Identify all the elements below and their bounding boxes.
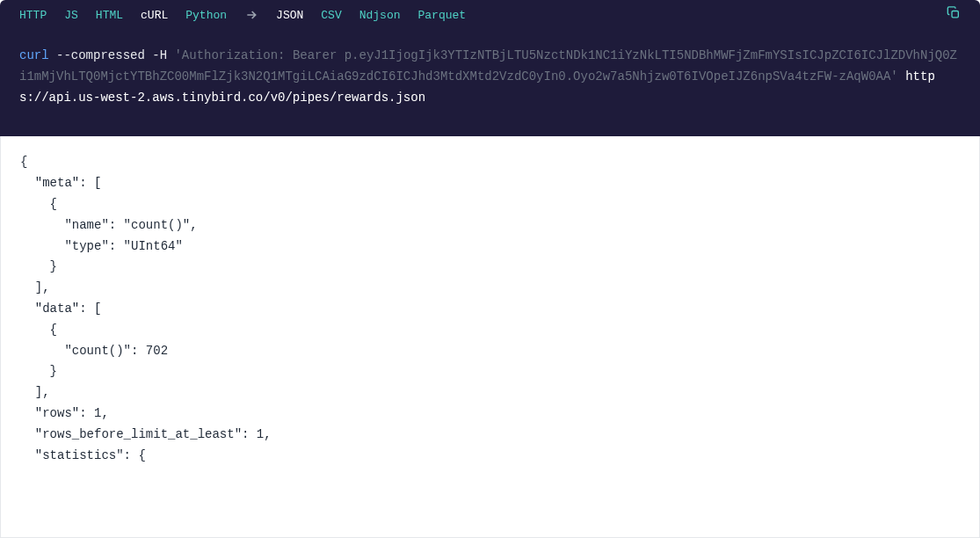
tab-python[interactable]: Python — [185, 9, 227, 22]
arrow-right-icon — [244, 8, 258, 22]
output-block: { "meta": [ { "name": "count()", "type":… — [0, 136, 980, 538]
tab-html[interactable]: HTML — [96, 9, 123, 22]
tab-js[interactable]: JS — [64, 9, 78, 22]
code-header: HTTP JS HTML cURL Python JSON CSV Ndjson… — [0, 0, 980, 136]
tab-curl[interactable]: cURL — [141, 9, 168, 22]
curl-keyword: curl — [19, 48, 49, 62]
tab-ndjson[interactable]: Ndjson — [359, 9, 401, 22]
tabs-bar: HTTP JS HTML cURL Python JSON CSV Ndjson… — [0, 0, 980, 30]
tab-csv[interactable]: CSV — [321, 9, 341, 22]
copy-icon[interactable] — [947, 6, 961, 25]
tab-parquet[interactable]: Parquet — [418, 9, 467, 22]
tab-json[interactable]: JSON — [276, 9, 303, 22]
curl-flags: --compressed -H — [56, 48, 167, 62]
svg-rect-0 — [952, 11, 958, 18]
tab-http[interactable]: HTTP — [19, 9, 47, 22]
code-block: curl --compressed -H 'Authorization: Bea… — [0, 30, 980, 136]
